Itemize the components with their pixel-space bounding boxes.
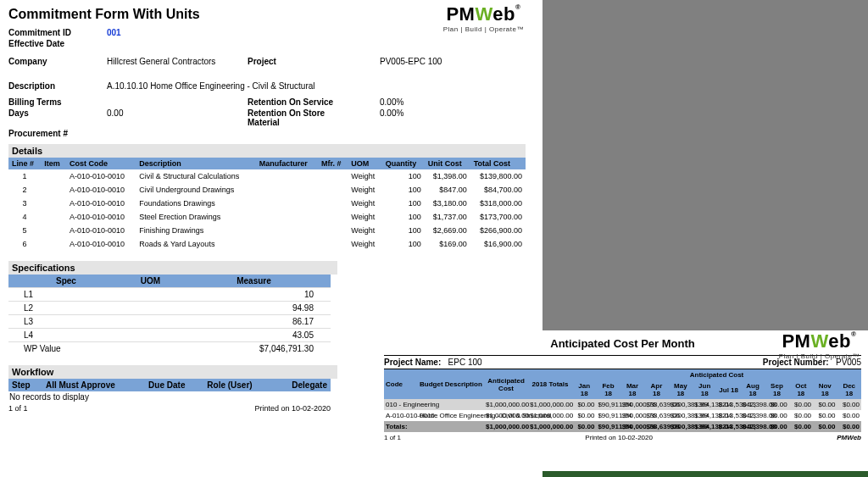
specs-table: SpecUOMMeasure L110L294.98L386.17L443.05… <box>8 275 331 355</box>
table-row: Totals:$1,000,000.00$1,000,000.00$0.00$9… <box>384 421 861 432</box>
details-table: Line #ItemCost CodeDescriptionManufactur… <box>8 158 526 251</box>
left-footer: 1 of 1Printed on 10-02-2020 <box>8 402 331 414</box>
anticipated-cost-table: Code Budget Description Anticipated Cost… <box>384 369 861 432</box>
table-row: 4A-010-010-0010Steel Erection DrawingsWe… <box>8 210 526 224</box>
table-row: 1A-010-010-0010Civil & Structural Calcul… <box>8 169 526 183</box>
brand-logo-right: PMWeb® Plan | Build | Operate™ <box>779 330 860 360</box>
workflow-header: Workflow <box>8 365 337 379</box>
commitment-id-link[interactable]: 001 <box>107 28 121 37</box>
table-row: 2A-010-010-0010Civil Underground Drawing… <box>8 183 526 197</box>
anticipated-cost-report: PMWeb® Plan | Build | Operate™ Anticipat… <box>377 330 868 445</box>
table-row: 3A-010-010-0010Foundations DrawingsWeigh… <box>8 197 526 210</box>
workflow-empty: No records to display <box>8 391 331 402</box>
table-row: 6A-010-010-0010Roads & Yard LayoutsWeigh… <box>8 237 526 251</box>
header-fields: Commitment ID001 Effective Date CompanyH… <box>8 27 447 139</box>
table-row: L386.17 <box>8 315 331 329</box>
right-footer: 1 of 1 Printed on 10-02-2020 PMWeb <box>384 434 861 441</box>
gray-panel <box>542 0 868 330</box>
table-row: 010 - Engineering$1,000,000.00$1,000,000… <box>384 399 861 410</box>
workflow-table: StepAll Must ApproveDue DateRole (User)D… <box>8 379 331 402</box>
specs-header: Specifications <box>8 261 337 275</box>
table-row: 5A-010-010-0010Finishing DrawingsWeight1… <box>8 224 526 237</box>
brand-logo: PMWeb® Plan | Build | Operate™ <box>443 3 524 33</box>
table-row: L294.98 <box>8 302 331 315</box>
table-row: A-010-010-0010Home Office Engineering - … <box>384 410 861 421</box>
table-row: WP Value$7,046,791.30 <box>8 342 331 356</box>
table-row: L110 <box>8 288 331 302</box>
details-header: Details <box>8 144 526 158</box>
green-footer-bar <box>542 471 868 477</box>
table-row: L443.05 <box>8 329 331 342</box>
